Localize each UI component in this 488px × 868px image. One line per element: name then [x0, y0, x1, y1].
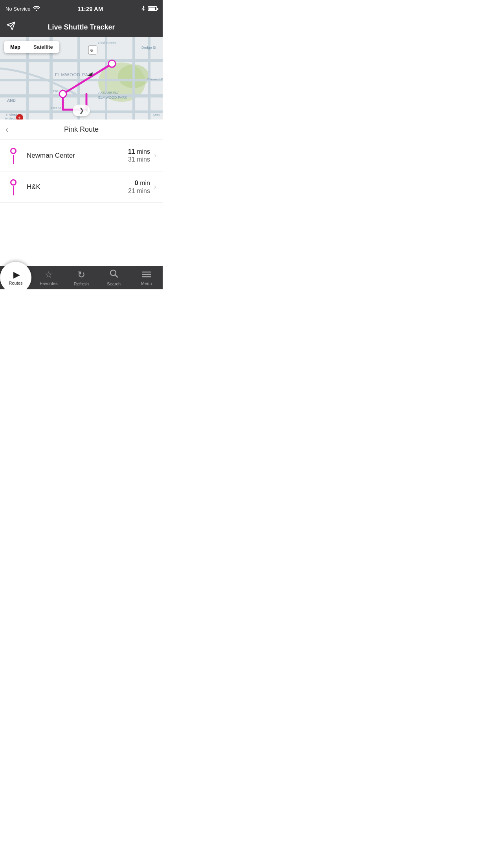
stop-2-line	[13, 186, 14, 195]
svg-text:AND: AND	[7, 98, 16, 103]
svg-text:+: +	[18, 116, 20, 120]
stop-1-times: 11 mins 31 mins	[128, 148, 150, 163]
status-left: No Service	[6, 6, 40, 12]
svg-text:72nd Street: 72nd Street	[97, 41, 116, 45]
stop-item-hk[interactable]: H&K 0 min 21 mins ›	[0, 171, 163, 203]
status-time: 11:29 AM	[77, 6, 103, 12]
svg-text:Elmwood Park: Elmwood Park	[147, 77, 163, 81]
svg-text:ELMWOOD PARK: ELMWOOD PARK	[98, 96, 127, 99]
battery-icon	[148, 6, 157, 11]
status-bar: No Service 11:29 AM	[0, 0, 163, 17]
stop-2-time-primary: 0 min	[135, 180, 150, 187]
stop-1-line	[13, 155, 14, 164]
bluetooth-icon	[141, 5, 145, 13]
routes-bubble-label: Routes	[9, 281, 23, 285]
stop-1-name: Newman Center	[27, 152, 75, 159]
refresh-icon: ↻	[77, 269, 85, 280]
stop-2-time-secondary: 21 mins	[128, 188, 150, 195]
map-button[interactable]: Map	[4, 41, 27, 53]
svg-point-35	[108, 60, 116, 67]
svg-text:AKSARBEN/: AKSARBEN/	[98, 91, 119, 95]
tab-favorites[interactable]: ☆ Favorites	[33, 266, 65, 289]
stop-2-chevron: ›	[154, 183, 156, 191]
menu-icon	[142, 270, 151, 280]
stops-list: Newman Center 11 mins 31 mins › H&K 0 mi…	[0, 140, 163, 266]
stop-2-info: H&K	[27, 183, 128, 191]
stop-2-timeline	[6, 178, 20, 195]
location-icon	[6, 21, 16, 33]
tab-search[interactable]: Search	[97, 266, 130, 289]
routes-play-icon: ▶	[13, 270, 20, 280]
stop-2-name: H&K	[27, 183, 40, 191]
tab-favorites-label: Favorites	[40, 281, 58, 286]
tab-refresh-label: Refresh	[74, 281, 89, 286]
map-collapse-button[interactable]: ❯	[73, 105, 90, 116]
stop-1-info: Newman Center	[27, 152, 128, 160]
tab-routes[interactable]: ▶ Routes	[0, 266, 33, 289]
svg-text:Pac: Pac	[53, 89, 59, 93]
nav-bar: Live Shuttle Tracker	[0, 17, 163, 37]
tab-refresh[interactable]: ↻ Refresh	[65, 266, 98, 289]
stop-1-timeline	[6, 147, 20, 164]
svg-text:Pine St: Pine St	[51, 106, 62, 110]
nav-title: Live Shuttle Tracker	[48, 23, 115, 31]
tab-search-label: Search	[107, 281, 121, 286]
map-area: 72nd Street Dodge St ELMWOOD PARK AKSARB…	[0, 37, 163, 120]
satellite-button[interactable]: Satellite	[27, 41, 59, 53]
stop-1-chevron: ›	[154, 151, 156, 160]
favorites-icon: ☆	[45, 270, 53, 280]
routes-bubble: ▶ Routes	[0, 262, 31, 289]
stop-2-times: 0 min 21 mins	[128, 180, 150, 195]
route-back-button[interactable]: ‹	[6, 125, 8, 135]
route-selector: ‹ Pink Route	[0, 120, 163, 140]
status-right	[141, 5, 157, 13]
stop-1-time-primary: 11 mins	[128, 148, 150, 155]
app-wrapper: No Service 11:29 AM	[0, 0, 163, 289]
svg-text:Leav: Leav	[153, 113, 160, 116]
tab-menu[interactable]: Menu	[130, 266, 163, 289]
tab-bar: ▶ Routes ☆ Favorites ↻ Refresh Search	[0, 266, 163, 289]
svg-point-36	[59, 90, 66, 97]
search-icon	[110, 269, 118, 280]
tab-menu-label: Menu	[141, 281, 152, 286]
stop-2-dot	[10, 179, 17, 186]
map-toggle: Map Satellite	[4, 41, 59, 53]
wifi-icon	[33, 6, 40, 12]
svg-line-40	[115, 275, 117, 277]
svg-text:6: 6	[90, 48, 93, 53]
collapse-icon: ❯	[79, 107, 84, 114]
stop-item-newman[interactable]: Newman Center 11 mins 31 mins ›	[0, 140, 163, 171]
stop-1-time-secondary: 31 mins	[128, 156, 150, 163]
signal-text: No Service	[6, 6, 31, 12]
svg-text:Dodge St: Dodge St	[141, 46, 156, 50]
route-name: Pink Route	[64, 125, 99, 134]
stop-1-dot	[10, 148, 17, 154]
